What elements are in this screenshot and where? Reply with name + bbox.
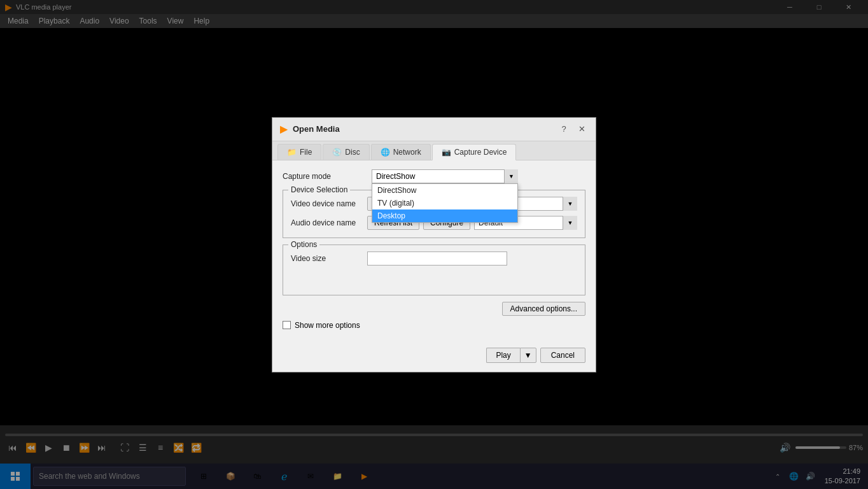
dialog-title: Open Media	[293, 124, 552, 134]
tab-disc-label: Disc	[345, 148, 360, 157]
dialog-icon: ▶	[280, 123, 288, 135]
dialog-footer: Play ▼ Cancel	[272, 348, 596, 372]
tab-capture-device[interactable]: 📷 Capture Device	[432, 144, 517, 160]
show-more-checkbox[interactable]	[283, 321, 291, 329]
network-tab-icon: 🌐	[381, 148, 390, 157]
dialog-tabs: 📁 File 💿 Disc 🌐 Network 📷 Capture Device	[272, 141, 596, 160]
dialog-content: Capture mode DirectShow ▼ DirectShow TV …	[272, 160, 596, 348]
open-media-dialog: ▶ Open Media ? ✕ 📁 File 💿 Disc 🌐 Network…	[272, 117, 596, 372]
tab-capture-label: Capture Device	[454, 148, 507, 157]
tab-file-label: File	[300, 148, 312, 157]
tab-file[interactable]: 📁 File	[277, 144, 321, 160]
dropdown-option-directshow[interactable]: DirectShow	[372, 184, 517, 197]
show-more-label: Show more options	[295, 321, 360, 330]
file-icon: 📁	[287, 148, 297, 157]
tab-network[interactable]: 🌐 Network	[371, 144, 431, 160]
dropdown-option-tv-digital[interactable]: TV (digital)	[372, 197, 517, 209]
play-button[interactable]: Play	[486, 348, 519, 363]
device-selection-title: Device Selection	[288, 185, 350, 194]
options-title: Options	[288, 240, 319, 249]
tab-disc[interactable]: 💿 Disc	[323, 144, 369, 160]
cancel-button[interactable]: Cancel	[540, 348, 585, 363]
advanced-row: Advanced options...	[283, 302, 585, 316]
disc-icon: 💿	[332, 148, 342, 157]
play-dropdown-arrow[interactable]: ▼	[520, 348, 536, 363]
video-size-input[interactable]	[367, 252, 507, 266]
capture-mode-dropdown-wrapper: DirectShow ▼ DirectShow TV (digital) Des…	[372, 169, 518, 183]
audio-device-label: Audio device name	[291, 218, 367, 227]
capture-mode-row: Capture mode DirectShow ▼ DirectShow TV …	[283, 169, 585, 183]
video-size-label: Video size	[291, 254, 367, 263]
options-group: Options Video size	[283, 244, 585, 295]
capture-mode-label: Capture mode	[283, 172, 372, 181]
dialog-close-button[interactable]: ✕	[575, 123, 588, 136]
video-size-row: Video size	[291, 252, 577, 266]
capture-mode-dropdown: DirectShow TV (digital) Desktop	[372, 183, 518, 223]
capture-mode-control: DirectShow ▼ DirectShow TV (digital) Des…	[372, 169, 585, 183]
capture-mode-select[interactable]: DirectShow	[372, 169, 518, 183]
dialog-help-button[interactable]: ?	[557, 123, 570, 136]
dialog-overlay: ▶ Open Media ? ✕ 📁 File 💿 Disc 🌐 Network…	[0, 0, 868, 489]
advanced-options-button[interactable]: Advanced options...	[502, 302, 585, 316]
dialog-titlebar: ▶ Open Media ? ✕	[272, 118, 596, 141]
video-device-label: Video device name	[291, 199, 367, 208]
dropdown-option-desktop[interactable]: Desktop	[372, 209, 517, 222]
tab-network-label: Network	[393, 148, 421, 157]
play-split-button: Play ▼	[486, 348, 536, 363]
capture-icon: 📷	[442, 148, 451, 157]
show-more-row: Show more options	[283, 321, 585, 330]
